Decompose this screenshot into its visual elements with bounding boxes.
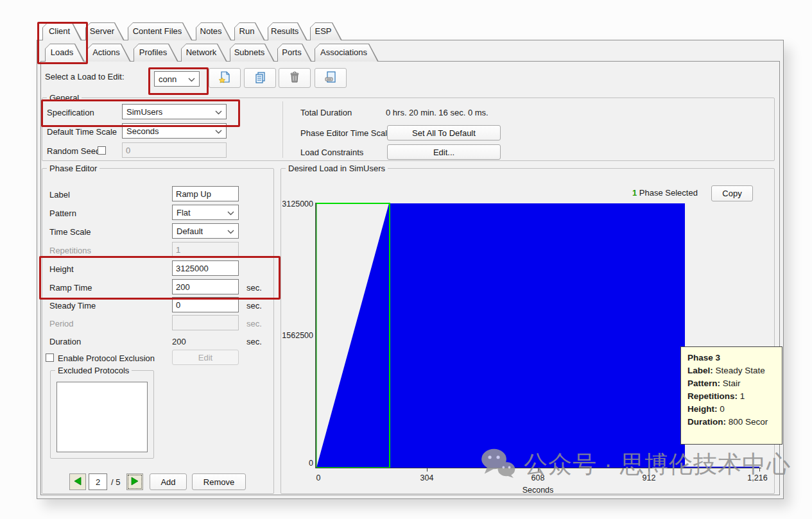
add-phase-button[interactable]: Add [150,473,187,490]
tab-associations[interactable]: Associations [315,44,379,62]
specification-label: Specification [47,108,94,117]
enable-protocol-exclusion-label: Enable Protocol Exclusion [58,353,155,363]
x-tick-label: 0 [316,473,321,482]
phase-tooltip: Phase 3 Label: Steady State Pattern: Sta… [680,346,782,445]
enable-protocol-exclusion-checkbox[interactable] [46,353,54,362]
tab-server[interactable]: Server [85,22,125,40]
time-scale-combo[interactable]: Default [172,223,239,239]
load-constraints-edit-button[interactable]: Edit... [387,144,501,160]
default-time-scale-combo[interactable]: Seconds [122,123,227,139]
chevron-down-icon [227,208,234,217]
default-time-scale-label: Default Time Scale [47,127,117,137]
tab-network[interactable]: Network [181,44,227,62]
period-label: Period [49,319,74,328]
phase-total-label: / 5 [111,477,120,487]
steady-time-label: Steady Time [49,301,96,311]
random-seed-field[interactable] [122,142,227,158]
excluded-protocols-legend: Excluded Protocols [55,366,132,375]
application-window: Client Server Content Files Notes Run Re… [0,0,812,519]
phase-number-input[interactable] [89,473,107,490]
load-area[interactable] [316,203,685,468]
load-chart[interactable]: 3125000 1562500 0 0 304 608 912 1,216 Se… [282,178,772,499]
phase-editor-legend: Phase Editor [47,164,99,173]
x-tick-label: 304 [420,473,434,482]
x-tick-label: 608 [531,473,545,482]
rename-icon [324,71,337,85]
next-phase-button[interactable] [126,473,143,490]
arrow-left-icon [74,477,82,488]
tab-esp[interactable]: ESP [310,22,342,40]
period-unit: sec. [246,319,262,328]
ramp-time-input[interactable] [172,279,239,294]
new-load-button[interactable] [209,68,241,88]
copy-load-button[interactable] [244,68,276,88]
pattern-label: Pattern [49,208,76,218]
time-scale-label: Time Scale [49,227,91,237]
tab-results[interactable]: Results [268,22,307,40]
tab-loads[interactable]: Loads [45,44,85,62]
duration-unit: sec. [246,337,262,346]
height-input[interactable] [172,260,239,276]
total-duration-value: 0 hrs. 20 min. 16 sec. 0 ms. [386,108,488,117]
repetitions-label: Repetitions [49,246,91,255]
tab-profiles[interactable]: Profiles [134,44,178,62]
random-seed-checkbox[interactable] [98,146,106,155]
total-duration-label: Total Duration [300,108,352,117]
chevron-down-icon [215,126,222,136]
trash-icon [288,71,301,85]
phase-label-label: Label [49,190,70,200]
desired-load-legend: Desired Load in SimUsers [286,164,388,173]
arrow-right-icon [131,477,139,488]
y-tick-label: 3125000 [282,200,313,208]
tab-actions[interactable]: Actions [87,44,131,62]
tab-notes[interactable]: Notes [196,22,232,40]
chevron-down-icon [227,226,234,236]
y-tick-label: 1562500 [282,331,313,340]
tab-ports[interactable]: Ports [277,44,312,62]
tab-run[interactable]: Run [234,22,265,40]
load-constraints-label: Load Constraints [300,148,363,157]
repetitions-field[interactable] [172,242,239,257]
new-document-icon [218,71,231,85]
chevron-down-icon [215,107,222,117]
duration-label: Duration [49,337,81,346]
steady-time-unit: sec. [246,301,262,311]
tab-client[interactable]: Client [42,22,82,40]
phase-label-input[interactable] [172,186,239,201]
duration-value: 200 [172,337,186,346]
tab-subnets[interactable]: Subnets [230,44,275,62]
specification-combo[interactable]: SimUsers [122,104,227,119]
general-divider [282,101,283,158]
x-tick-label: 912 [643,473,656,482]
height-label: Height [49,264,74,274]
pattern-combo[interactable]: Flat [172,205,239,220]
tooltip-title: Phase 3 [687,353,720,362]
period-field[interactable] [172,315,239,330]
delete-load-button[interactable] [279,68,311,88]
load-select-combo[interactable]: conn [154,71,200,87]
x-tick-label: 1,216 [747,473,767,482]
random-seed-label: Random Seed [47,146,100,156]
copy-documents-icon [254,71,266,85]
rename-load-button[interactable] [315,68,347,88]
chevron-down-icon [188,74,195,84]
y-tick-label: 0 [309,459,313,468]
phase-editor-time-scales-label: Phase Editor Time Scales [300,128,396,138]
steady-time-input[interactable] [172,297,239,312]
set-all-to-default-button[interactable]: Set All To Default [387,125,501,140]
ramp-time-label: Ramp Time [49,283,92,293]
previous-phase-button[interactable] [69,473,86,490]
general-group-legend: General [47,93,82,103]
protocol-exclusion-edit-button[interactable]: Edit [172,350,239,365]
excluded-protocols-list[interactable] [56,382,148,452]
tab-content-files[interactable]: Content Files [128,22,193,40]
remove-phase-button[interactable]: Remove [192,473,246,490]
x-axis-title: Seconds [523,486,554,495]
ramp-time-unit: sec. [246,283,262,293]
select-load-label: Select a Load to Edit: [45,72,125,81]
